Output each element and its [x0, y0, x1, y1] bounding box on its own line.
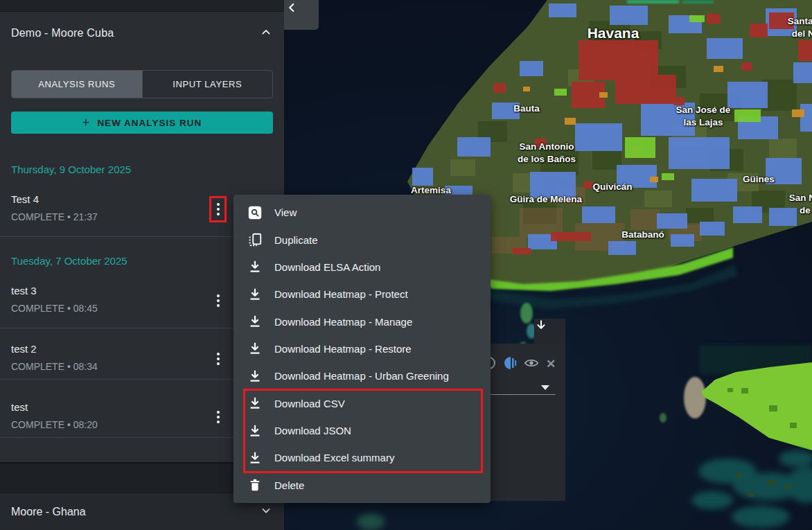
sidebar-top-strip [0, 0, 284, 12]
run-status: COMPLETE • 08:34 [11, 361, 98, 372]
run-name: test 3 [11, 285, 37, 297]
download-icon [247, 258, 263, 275]
menu-item-download-heatmap-manage[interactable]: Download Heatmap - Manage [233, 308, 491, 335]
menu-item-download-excel-summary[interactable]: Download Excel summary [233, 444, 491, 471]
run-menu-button-test[interactable] [210, 407, 227, 427]
run-status: COMPLETE • 08:45 [11, 303, 98, 314]
tab-analysis-runs[interactable]: ANALYSIS RUNS [12, 71, 142, 98]
new-analysis-run-button[interactable]: + NEW ANALYSIS RUN [11, 112, 273, 134]
chevron-up-icon[interactable] [259, 25, 273, 42]
menu-item-delete[interactable]: Delete [233, 472, 491, 499]
menu-item-duplicate[interactable]: Duplicate [233, 226, 491, 253]
map-label-guira-de-melena: Güira de Melena [497, 193, 594, 206]
run-name: Test 4 [11, 193, 39, 205]
run-status: COMPLETE • 08:20 [11, 419, 98, 430]
panel-tabs: ANALYSIS RUNS INPUT LAYERS [11, 70, 273, 98]
run-menu-button-test4[interactable] [210, 199, 227, 220]
plus-icon: + [82, 116, 91, 129]
map-label-bauta: Bauta [499, 103, 554, 115]
menu-item-download-heatmap-protect[interactable]: Download Heatmap - Protect [233, 281, 491, 308]
project-panel-title: Demo - Moore Cuba [11, 27, 114, 39]
download-icon [247, 395, 263, 412]
map-label-san-jose-de-las-lajas: San José delas Lajas [662, 104, 745, 129]
run-menu-button-test2[interactable] [210, 348, 227, 369]
menu-item-download-heatmap-urban-greening[interactable]: Download Heatmap - Urban Greening [233, 362, 491, 389]
zapata-peninsula [701, 362, 812, 450]
map-label-batabano: Batabanó [608, 229, 678, 241]
download-icon [247, 340, 263, 357]
run-group-date: Tuesday, 7 October 2025 [11, 255, 127, 267]
project-panel-header[interactable]: Demo - Moore Cuba [0, 12, 284, 55]
menu-item-download-heatmap-restore[interactable]: Download Heatmap - Restore [233, 335, 491, 362]
legend-collapse-button[interactable] [534, 319, 565, 344]
download-icon [247, 286, 263, 303]
run-context-menu: View Duplicate Download ELSA Action Down… [233, 195, 491, 503]
menu-item-download-csv[interactable]: Download CSV [233, 390, 491, 417]
chevron-down-icon[interactable] [259, 504, 273, 520]
run-status: COMPLETE • 21:37 [11, 211, 98, 222]
legend-dropdown-caret[interactable] [541, 385, 549, 390]
download-icon [247, 368, 263, 385]
new-analysis-run-label: NEW ANALYSIS RUN [97, 118, 202, 128]
map-label-san-nicolas-de-bari: San Nicolásde Bari [777, 192, 812, 217]
tab-input-layers[interactable]: INPUT LAYERS [142, 71, 273, 98]
sidebar-collapse-button[interactable] [284, 0, 319, 30]
duplicate-icon [247, 231, 263, 248]
map-label-havana: Havana [575, 25, 651, 42]
run-name: test 2 [11, 343, 37, 355]
run-name: test [11, 401, 28, 413]
map-label-quivican: Quivicán [578, 181, 647, 193]
run-menu-button-test3[interactable] [210, 290, 227, 311]
menu-item-view[interactable]: View [233, 199, 491, 226]
ghana-panel-title: Moore - Ghana [11, 506, 86, 518]
map-label-santa-cruz-del-norte: Santa Cruzdel Norte [777, 15, 812, 40]
close-icon[interactable]: ✕ [546, 357, 556, 371]
app-window: Havana Santa Cruzdel Norte Bauta San Jos… [0, 0, 812, 530]
download-icon [247, 450, 263, 466]
map-label-guines: Güines [727, 173, 790, 186]
menu-item-download-json[interactable]: Download JSON [233, 417, 491, 444]
run-group-date: Thursday, 9 October 2025 [11, 164, 131, 175]
download-icon [247, 313, 263, 330]
map-label-san-antonio-de-los-banos: San Antoniode los Baños [502, 141, 592, 166]
trash-icon [247, 477, 263, 493]
download-icon [247, 423, 263, 439]
menu-item-download-elsa-action[interactable]: Download ELSA Action [233, 254, 491, 281]
view-icon [247, 204, 263, 221]
